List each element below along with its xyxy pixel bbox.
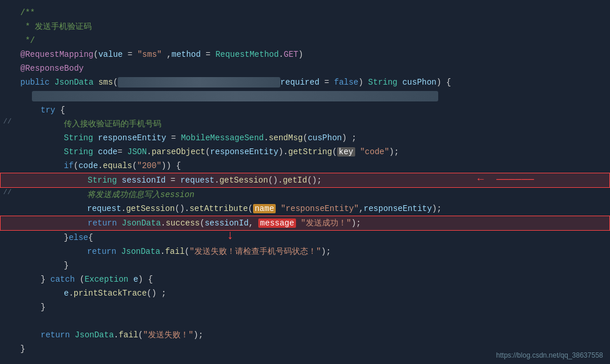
code-line-blur xyxy=(0,89,610,103)
line-content: return JsonData.fail("发送失败！"); xyxy=(17,329,610,341)
code-line-comment-mobile: // 传入接收验证码的手机号码 xyxy=(0,117,610,131)
code-line-print: e.printStackTrace() ; xyxy=(0,286,610,300)
line-content: try { xyxy=(17,104,610,117)
line-content: request.getSession().setAttribute(name "… xyxy=(17,202,610,215)
code-line-blank1 xyxy=(0,314,610,328)
line-content: @ResponseBody xyxy=(17,62,610,75)
line-content: if(code.equals("200")) { xyxy=(17,159,610,172)
line-content: /** xyxy=(17,6,610,19)
code-line-5: @ResponseBody xyxy=(0,61,610,75)
line-content: } catch (Exception e) { xyxy=(17,273,610,286)
line-number: // xyxy=(0,118,17,126)
code-line-6: public JsonData sms(required = false) St… xyxy=(0,75,610,89)
code-line-try: try { xyxy=(0,103,610,117)
code-line-2: * 发送手机验证码 xyxy=(0,20,610,34)
code-line-return-success: return JsonData.success(sessionId, messa… xyxy=(0,216,610,231)
arrow-right-icon: ← —————— xyxy=(478,173,534,185)
code-line-close-catch: } xyxy=(0,300,610,314)
code-line-catch: } catch (Exception e) { xyxy=(0,272,610,286)
code-line-entity: String responseEntity = MobileMessageSen… xyxy=(0,131,610,145)
line-content: @RequestMapping(value = "sms" ,method = … xyxy=(17,48,610,61)
line-content: } xyxy=(17,259,610,272)
code-line-session: String sessionId = request.getSession().… xyxy=(0,173,610,188)
line-content xyxy=(17,90,610,103)
code-editor: /** * 发送手机验证码 */ @RequestMapping(value =… xyxy=(0,0,610,364)
code-line-return-fail2: return JsonData.fail("发送失败！"); xyxy=(0,328,610,342)
line-content: } xyxy=(17,301,610,314)
line-content: return JsonData.success(sessionId, messa… xyxy=(18,217,609,230)
line-content: */ xyxy=(17,34,610,47)
line-content: 将发送成功信息写入session xyxy=(17,188,610,201)
code-line-else: }else{ xyxy=(0,231,610,245)
code-line-4: @RequestMapping(value = "sms" ,method = … xyxy=(0,48,610,61)
line-number: // xyxy=(0,188,17,196)
line-content: return JsonData.fail("发送失败！请检查手机号码状态！"); xyxy=(17,245,610,258)
line-content: String responseEntity = MobileMessageSen… xyxy=(17,132,610,144)
code-line-return-fail1: return JsonData.fail("发送失败！请检查手机号码状态！"); xyxy=(0,245,610,259)
code-line-if: if(code.equals("200")) { xyxy=(0,159,610,173)
line-content: String code= JSON.parseObject(responseEn… xyxy=(17,145,610,158)
code-line-code: String code= JSON.parseObject(responseEn… xyxy=(0,145,610,159)
line-content: }else{ xyxy=(17,231,610,244)
code-line-comment-session: // 将发送成功信息写入session xyxy=(0,188,610,202)
line-content: 传入接收验证码的手机号码 xyxy=(17,118,610,130)
line-content: * 发送手机验证码 xyxy=(17,20,610,33)
code-line-3: */ xyxy=(0,34,610,48)
code-line-setattr: request.getSession().setAttribute(name "… xyxy=(0,202,610,216)
code-line-1: /** xyxy=(0,6,610,20)
line-content xyxy=(17,315,610,327)
watermark: https://blog.csdn.net/qq_38637558 xyxy=(496,351,603,359)
line-content: public JsonData sms(required = false) St… xyxy=(17,76,610,89)
line-content: e.printStackTrace() ; xyxy=(17,287,610,300)
code-line-close-if: } xyxy=(0,259,610,272)
arrow-down-icon: ↓ xyxy=(226,228,234,243)
